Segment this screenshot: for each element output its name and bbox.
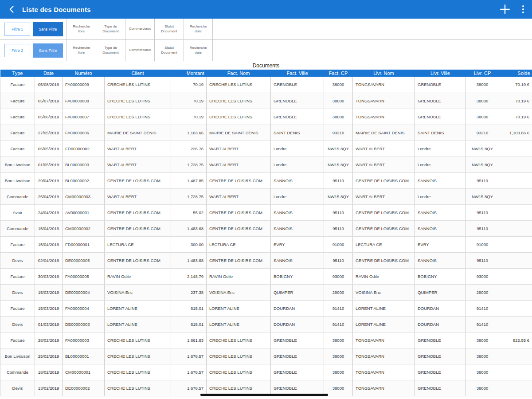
filter-button-statut-document[interactable]: Statut Document: [154, 40, 184, 61]
cell-type: Facture: [0, 300, 35, 316]
table-row[interactable]: Devis15/03/2019DE00000004VOISINA Eric237…: [0, 284, 532, 300]
table-row[interactable]: Facture30/03/2019FA00000005RAVIN Odile2,…: [0, 268, 532, 284]
table-row[interactable]: Facture05/05/2019FD00000002WART ALBERT22…: [0, 141, 532, 156]
cell-fact-ville: Londre: [271, 141, 324, 156]
cell-fact-nom: CRECHE LES LUTINS: [207, 109, 271, 125]
table-row[interactable]: Devis01/03/2019DE00000003LORENT ALINE615…: [0, 316, 532, 332]
cell-fact-cp: NW15 8QY: [324, 156, 353, 172]
table-row[interactable]: Facture28/02/2019FA00000003CRECHE LES LU…: [0, 332, 532, 348]
cell-fact-cp: 38000: [324, 109, 353, 125]
filter-button-recherche-libre[interactable]: Recherche libre: [66, 19, 96, 39]
column-header-date[interactable]: Date: [35, 70, 63, 77]
filter-button-recherche-libre[interactable]: Recherche libre: [66, 40, 96, 61]
cell-montant: 300.00: [171, 236, 207, 252]
cell-montant: 1,678.57: [171, 348, 207, 364]
cell-type: Commande: [0, 188, 35, 204]
back-button[interactable]: [6, 4, 18, 15]
table-row[interactable]: Bon Livraison29/04/2019BL00000002CENTRE …: [0, 172, 532, 188]
cell-solde: [499, 268, 532, 284]
cell-num-ro: CM00000003: [63, 188, 105, 204]
cell-montant: 237.38: [171, 284, 207, 300]
table-row[interactable]: Avoir24/04/2019AV00000001CENTRE DE LOISI…: [0, 204, 532, 220]
table-row[interactable]: Facture05/07/2019FA00000008CRECHE LES LU…: [0, 93, 532, 109]
filter-button-commerciaux[interactable]: Commerciaux: [125, 40, 154, 61]
filter-button-statut-document[interactable]: Statut Document: [154, 19, 184, 39]
filtre-1-button[interactable]: Filtre 1: [4, 23, 30, 36]
table-row[interactable]: Devis02/04/2019DE00000005CENTRE DE LOISI…: [0, 252, 532, 268]
cell-fact-ville: BOBIGNY: [271, 268, 324, 284]
cell-montant: 1,728.75: [171, 188, 207, 204]
cell-livr-nom: CENTRE DE LOISIRS COM: [353, 204, 415, 220]
table-header: TypeDateNuméroClientMontantFact. NomFact…: [0, 70, 532, 77]
cell-livr-nom: WART ALBERT: [353, 188, 415, 204]
column-header-fact-ville[interactable]: Fact. Ville: [271, 70, 324, 77]
horizontal-scrollbar[interactable]: [200, 394, 328, 396]
cell-fact-nom: WART ALBERT: [207, 156, 271, 172]
cell-livr-ville: GRENOBLE: [415, 348, 466, 364]
column-header-montant[interactable]: Montant: [171, 70, 207, 77]
cell-livr-nom: LORENT ALINE: [353, 316, 415, 332]
cell-fact-ville: DOURDAN: [271, 316, 324, 332]
column-header-num-ro[interactable]: Numéro: [63, 70, 105, 77]
cell-fact-nom: CENTRE DE LOISIRS COM: [207, 204, 271, 220]
column-header-fact-nom[interactable]: Fact. Nom: [207, 70, 271, 77]
filter-button-type-de-document[interactable]: Type de Document: [96, 19, 125, 39]
filter-button-commerciaux[interactable]: Commerciaux: [125, 19, 154, 39]
sans-filtre-2-button[interactable]: Sans Filtre: [33, 43, 63, 58]
cell-type: Facture: [0, 332, 35, 348]
cell-livr-ville: GRENOBLE: [415, 364, 466, 380]
kebab-menu-icon: [522, 5, 524, 7]
table-row[interactable]: Facture05/08/2019FA00000009CRECHE LES LU…: [0, 77, 532, 93]
cell-type: Bon Livraison: [0, 348, 35, 364]
cell-livr-cp: 95110: [466, 252, 499, 268]
column-header-livr-nom[interactable]: Livr. Nom: [353, 70, 415, 77]
cell-type: Devis: [0, 284, 35, 300]
cell-client: VOISINA Eric: [105, 284, 171, 300]
overflow-menu-button[interactable]: [520, 4, 526, 14]
cell-livr-ville: Londre: [415, 156, 466, 172]
cell-fact-ville: GRENOBLE: [271, 332, 324, 348]
add-document-button[interactable]: [499, 4, 511, 15]
cell-num-ro: FA00000009: [63, 77, 105, 93]
column-header-client[interactable]: Client: [105, 70, 171, 77]
table-row[interactable]: Facture05/06/2019FA00000007CRECHE LES LU…: [0, 109, 532, 125]
cell-livr-nom: LECTURA CE: [353, 236, 415, 252]
filter-button-recherche-date[interactable]: Recherche date: [184, 40, 213, 61]
filtre-2-button[interactable]: Filtre 2: [4, 44, 30, 57]
cell-date: 28/02/2019: [35, 332, 63, 348]
column-header-type[interactable]: Type: [0, 70, 35, 77]
filter-2-button-group: Recherche libreType de DocumentCommercia…: [66, 40, 213, 61]
table-row[interactable]: Commande18/02/2019CM00000001CRECHE LES L…: [0, 364, 532, 380]
table-row[interactable]: Facture27/05/2019FA00000006MAIRIE DE SAI…: [0, 125, 532, 141]
cell-date: 15/04/2019: [35, 236, 63, 252]
cell-num-ro: FA00000006: [63, 125, 105, 141]
cell-num-ro: FA00000004: [63, 300, 105, 316]
table-row[interactable]: Facture15/04/2019FD00000001LECTURA CE300…: [0, 236, 532, 252]
table-row[interactable]: Bon Livraison25/02/2019BL00000001CRECHE …: [0, 348, 532, 364]
table-row[interactable]: Bon Livraison01/05/2019BL00000003WART AL…: [0, 156, 532, 172]
cell-livr-ville: GRENOBLE: [415, 93, 466, 109]
cell-type: Facture: [0, 141, 35, 156]
cell-client: CENTRE DE LOISIRS COM: [105, 220, 171, 236]
column-header-livr-ville[interactable]: Livr. Ville: [415, 70, 466, 77]
cell-date: 13/02/2019: [35, 380, 63, 396]
cell-fact-ville: EVRY: [271, 236, 324, 252]
cell-date: 30/03/2019: [35, 268, 63, 284]
cell-date: 27/05/2019: [35, 125, 63, 141]
filter-button-type-de-document[interactable]: Type de Document: [96, 40, 125, 61]
cell-livr-cp: 38000: [466, 364, 499, 380]
column-header-fact-cp[interactable]: Fact. CP: [324, 70, 353, 77]
column-header-solde[interactable]: Solde: [499, 70, 532, 77]
table-row[interactable]: Commande25/04/2019CM00000003WART ALBERT1…: [0, 188, 532, 204]
filter-row-1: Filtre 1 Sans Filtre Recherche libreType…: [0, 19, 532, 40]
filter-button-recherche-date[interactable]: Recherche date: [184, 19, 213, 39]
table-row[interactable]: Commande15/04/2019CM00000002CENTRE DE LO…: [0, 220, 532, 236]
cell-fact-cp: NW15 8QY: [324, 141, 353, 156]
cell-type: Facture: [0, 236, 35, 252]
table-row[interactable]: Facture15/03/2019FA00000004LORENT ALINE6…: [0, 300, 532, 316]
cell-livr-cp: 91410: [466, 300, 499, 316]
cell-livr-ville: SANNOIS: [415, 172, 466, 188]
cell-num-ro: FD00000001: [63, 236, 105, 252]
sans-filtre-1-button[interactable]: Sans Filtre: [33, 22, 63, 36]
column-header-livr-cp[interactable]: Livr. CP: [466, 70, 499, 77]
